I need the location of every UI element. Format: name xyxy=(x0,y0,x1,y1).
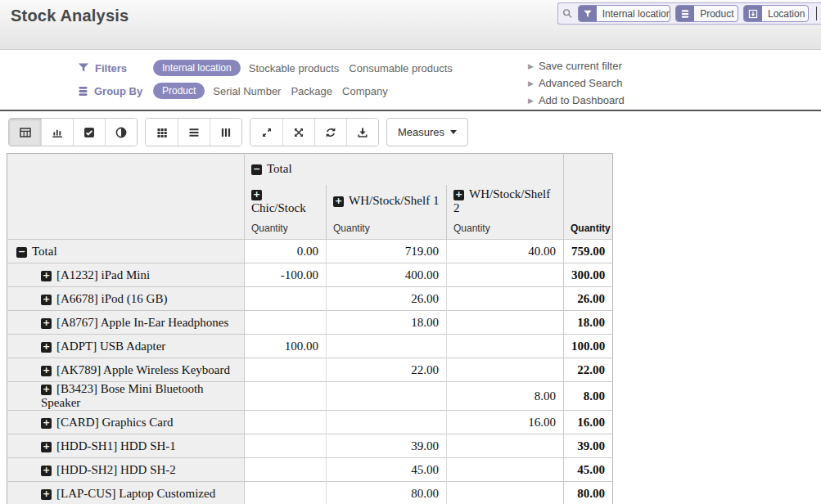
row-total: 22.00 xyxy=(564,358,613,382)
pivot-body: −Total0.00719.0040.00759.00+[A1232] iPad… xyxy=(7,240,613,504)
cell-value xyxy=(447,287,564,311)
row-label: [HDD-SH2] HDD SH-2 xyxy=(56,463,176,476)
check-square-button[interactable] xyxy=(73,119,105,146)
row-header[interactable]: +[ADPT] USB Adapter xyxy=(7,335,245,358)
filter-panel: Filters Internal location Stockable prod… xyxy=(0,50,821,110)
collapse-icon[interactable]: − xyxy=(16,247,27,258)
expand-icon[interactable]: + xyxy=(41,385,52,395)
row-label: [ADPT] USB Adapter xyxy=(56,340,165,353)
groupby-company[interactable]: Company xyxy=(342,85,388,97)
facet-label: Internal location xyxy=(602,8,670,20)
list-button[interactable] xyxy=(178,119,210,146)
row-header[interactable]: +[AK789] Apple Wireless Keyboard xyxy=(7,358,245,382)
row-total: 100.00 xyxy=(564,335,613,358)
cell-value xyxy=(447,358,564,382)
row-total: 16.00 xyxy=(564,411,613,434)
column-header-chic-stock[interactable]: +Chic/Stock xyxy=(245,185,327,218)
row-total: 45.00 xyxy=(564,458,613,482)
cell-value: 0.00 xyxy=(245,240,327,263)
filter-stockable-products[interactable]: Stockable products xyxy=(249,62,340,74)
expand-icon[interactable]: + xyxy=(41,366,52,376)
search-options: ▶ Save current filter ▶ Advanced Search … xyxy=(528,57,625,109)
row-header[interactable]: +[A6678] iPod (16 GB) xyxy=(7,287,245,311)
expand-icon[interactable]: + xyxy=(41,418,52,429)
refresh-button[interactable] xyxy=(314,119,346,146)
layout-switch-group xyxy=(145,118,242,146)
collapse-icon[interactable]: − xyxy=(251,164,262,175)
expand-icon[interactable]: + xyxy=(41,489,52,500)
search-facet-internal-location[interactable]: Internal location x xyxy=(578,5,670,22)
groupby-package[interactable]: Package xyxy=(291,85,332,97)
cell-value: 719.00 xyxy=(327,240,447,263)
cell-value xyxy=(447,434,564,458)
expand-icon[interactable]: + xyxy=(41,342,52,353)
arrows-button[interactable] xyxy=(282,119,314,146)
row-header[interactable]: +[A1232] iPad Mini xyxy=(7,263,245,287)
row-label: [LAP-CUS] Laptop Customized xyxy=(56,487,215,500)
expand-icon[interactable]: + xyxy=(251,190,262,200)
row-header[interactable]: +[CARD] Graphics Card xyxy=(7,411,245,434)
advanced-search-link[interactable]: ▶ Advanced Search xyxy=(528,74,625,92)
cell-value: 80.00 xyxy=(327,482,447,504)
expand-icon[interactable]: + xyxy=(41,466,52,476)
search-bar[interactable]: Internal location x Product x xyxy=(557,2,821,25)
filter-consumable-products[interactable]: Consumable products xyxy=(349,62,452,74)
download-button[interactable] xyxy=(346,119,378,146)
cell-value xyxy=(245,358,327,382)
grid-button[interactable] xyxy=(146,119,178,146)
search-icon xyxy=(562,7,573,20)
groupby-product[interactable]: Product xyxy=(153,83,205,99)
column-header-shelf2[interactable]: +WH/Stock/Shelf 2 xyxy=(447,185,564,218)
pivot-table: −Total +Chic/Stock +WH/Stock/Shelf 1 +WH… xyxy=(7,153,613,504)
row-header[interactable]: +[LAP-CUS] Laptop Customized xyxy=(7,482,245,504)
table-row: +[HDD-SH2] HDD SH-245.0045.00 xyxy=(7,458,613,482)
table-row: +[AK789] Apple Wireless Keyboard22.0022.… xyxy=(7,358,613,382)
cell-value xyxy=(327,382,447,411)
search-facet-product[interactable]: Product x xyxy=(675,5,738,22)
groupby-serial-number[interactable]: Serial Number xyxy=(213,85,281,97)
row-header[interactable]: +[A8767] Apple In-Ear Headphones xyxy=(7,311,245,335)
total-measure-header: Quantity xyxy=(564,218,613,240)
save-current-filter-link[interactable]: ▶ Save current filter xyxy=(528,57,625,74)
cell-value xyxy=(447,482,564,504)
contrast-button[interactable] xyxy=(105,119,137,146)
expand-button[interactable] xyxy=(250,119,282,146)
row-header[interactable]: +[B3423] Bose Mini Bluetooth Speaker xyxy=(7,382,245,411)
columns-button[interactable] xyxy=(210,119,241,146)
expand-icon[interactable]: + xyxy=(41,442,52,452)
table-row: +[HDD-SH1] HDD SH-139.0039.00 xyxy=(7,434,613,458)
column-header-shelf1[interactable]: +WH/Stock/Shelf 1 xyxy=(327,185,447,218)
triangle-right-icon: ▶ xyxy=(528,62,534,70)
measures-label: Measures xyxy=(398,126,444,138)
cell-value: 45.00 xyxy=(327,458,447,482)
measure-header: Quantity xyxy=(447,218,564,240)
pivot-view-button[interactable] xyxy=(9,119,41,146)
row-total: 80.00 xyxy=(564,482,613,504)
filter-internal-location[interactable]: Internal location xyxy=(153,60,241,76)
row-header[interactable]: +[HDD-SH2] HDD SH-2 xyxy=(7,458,245,482)
cell-value: 22.00 xyxy=(327,358,447,382)
table-row: +[A1232] iPad Mini-100.00400.00300.00 xyxy=(7,263,613,287)
row-header[interactable]: −Total xyxy=(7,240,245,263)
cell-value xyxy=(447,335,564,358)
expand-icon[interactable]: + xyxy=(333,196,344,207)
view-toolbar: Measures xyxy=(0,111,821,153)
expand-icon[interactable]: + xyxy=(41,271,52,281)
row-total: 300.00 xyxy=(564,263,613,287)
expand-icon[interactable]: + xyxy=(41,318,52,329)
measures-button[interactable]: Measures xyxy=(386,118,468,146)
expand-icon[interactable]: + xyxy=(453,190,464,200)
column-group-header[interactable]: −Total xyxy=(245,154,564,185)
expand-icon[interactable]: + xyxy=(41,295,52,305)
download-icon xyxy=(356,126,369,139)
search-facet-location[interactable]: Location x xyxy=(743,5,809,22)
row-header[interactable]: +[HDD-SH1] HDD SH-1 xyxy=(7,434,245,458)
grid-icon xyxy=(156,126,169,139)
search-text-caret xyxy=(816,7,817,20)
table-row: +[ADPT] USB Adapter100.00100.00 xyxy=(7,335,613,358)
table-row: +[B3423] Bose Mini Bluetooth Speaker8.00… xyxy=(7,382,613,411)
bar-chart-view-button[interactable] xyxy=(41,119,73,146)
row-total: 18.00 xyxy=(564,311,613,335)
add-to-dashboard-link[interactable]: ▶ Add to Dashboard xyxy=(528,92,625,109)
table-row: +[A6678] iPod (16 GB)26.0026.00 xyxy=(7,287,613,311)
